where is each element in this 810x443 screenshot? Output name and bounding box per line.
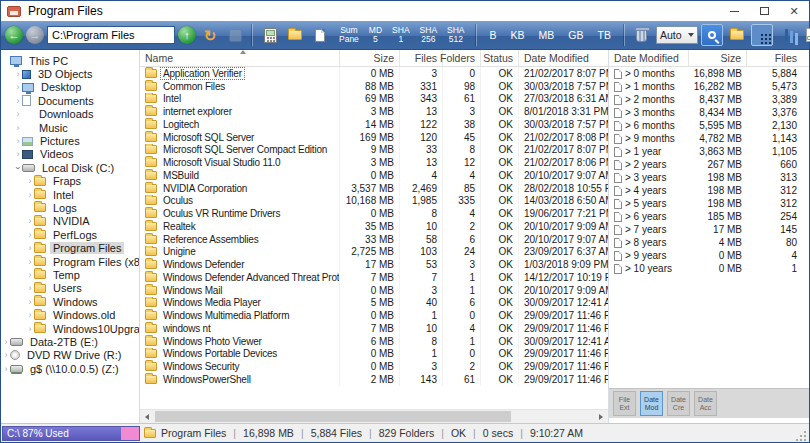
- chevron-collapsed-icon[interactable]: ›: [26, 230, 34, 240]
- chevron-expanded-icon[interactable]: ›: [13, 164, 23, 172]
- unit-b-button[interactable]: B: [483, 25, 504, 45]
- table-row[interactable]: Common Files88 MB33198OK30/03/2018 7:57 …: [140, 80, 608, 93]
- tree-item-data-2tb-e[interactable]: ›Data-2TB (E:): [1, 335, 139, 348]
- up-button[interactable]: ↑: [178, 26, 196, 44]
- minimize-button[interactable]: [719, 1, 749, 21]
- panel-column-header-size[interactable]: Size: [689, 50, 747, 66]
- forward-button[interactable]: →: [26, 26, 44, 44]
- table-row[interactable]: Oculus VR Runtime Drivers0 MB84OK19/06/2…: [140, 207, 608, 220]
- tab-date-acc[interactable]: DateAcc: [694, 391, 717, 416]
- chevron-collapsed-icon[interactable]: ›: [26, 324, 34, 334]
- tree-item-local-disk-c[interactable]: ›Local Disk (C:): [1, 161, 139, 174]
- tree-item-g-10-0-0-5-z[interactable]: ›g$ (\\10.0.0.5) (Z:): [1, 362, 139, 375]
- tree-item-perflogs[interactable]: ›PerfLogs: [1, 228, 139, 241]
- table-row[interactable]: Logitech14 MB12238OK30/03/2018 7:57 PM: [140, 118, 608, 131]
- unit-gb-button[interactable]: GB: [561, 25, 590, 45]
- md5-button[interactable]: MD5: [364, 24, 387, 46]
- tree-item-temp[interactable]: ›Temp: [1, 268, 139, 281]
- chevron-collapsed-icon[interactable]: ›: [14, 149, 22, 159]
- maximize-button[interactable]: [749, 1, 779, 21]
- table-row[interactable]: Realtek35 MB102OK20/10/2017 9:09 AM: [140, 220, 608, 233]
- chevron-collapsed-icon[interactable]: ›: [14, 123, 22, 133]
- panel-row[interactable]: > 3 months8,434 MB3,376: [609, 106, 809, 119]
- panel-row[interactable]: > 7 years17 MB145: [609, 223, 809, 236]
- panel-row[interactable]: > 0 months16,898 MB5,884: [609, 67, 809, 80]
- table-row[interactable]: windows nt7 MB104OK29/09/2017 11:46 PM: [140, 322, 608, 335]
- back-button[interactable]: ←: [5, 26, 23, 44]
- table-row[interactable]: Windows Multimedia Platform0 MB10OK29/09…: [140, 309, 608, 322]
- table-row[interactable]: Intel69 MB34361OK27/03/2018 6:31 AM: [140, 93, 608, 106]
- table-row[interactable]: Unigine2,725 MB10324OK23/09/2017 6:37 AM: [140, 246, 608, 259]
- tree-item-windows10upgrade[interactable]: ›Windows10Upgrade: [1, 322, 139, 335]
- table-row[interactable]: Microsoft SQL Server169 MB12045OK21/02/2…: [140, 131, 608, 144]
- tree-item-dvd-rw-drive-r[interactable]: ›DVD RW Drive (R:): [1, 349, 139, 362]
- tree-item-music[interactable]: ›Music: [1, 121, 139, 134]
- chart-view-button[interactable]: [776, 24, 798, 46]
- chevron-collapsed-icon[interactable]: ›: [26, 297, 34, 307]
- sha1-button[interactable]: SHA1: [387, 24, 414, 46]
- chevron-collapsed-icon[interactable]: ›: [14, 96, 22, 106]
- table-row[interactable]: NVIDIA Corporation3,537 MB2,46985OK28/02…: [140, 182, 608, 195]
- table-row[interactable]: internet explorer3 MB133OK8/01/2018 3:31…: [140, 105, 608, 118]
- new-file-button[interactable]: [309, 24, 331, 46]
- refresh-button[interactable]: ↻: [199, 24, 221, 46]
- resize-grip[interactable]: [794, 429, 807, 442]
- tree-item-intel[interactable]: ›Intel: [1, 188, 139, 201]
- tree-item-nvidia[interactable]: ›NVIDIA: [1, 215, 139, 228]
- chevron-collapsed-icon[interactable]: ›: [26, 243, 34, 253]
- calculate-sizes-button[interactable]: [259, 24, 281, 46]
- details-view-button[interactable]: [751, 24, 773, 46]
- close-button[interactable]: ✕: [779, 1, 809, 21]
- recycle-bin-button[interactable]: [631, 24, 653, 46]
- sha256-button[interactable]: SHA256: [415, 24, 442, 46]
- panel-row[interactable]: > 9 years0 MB4: [609, 249, 809, 262]
- size-unit-select[interactable]: Auto: [656, 26, 698, 44]
- column-header-size[interactable]: Size: [340, 50, 400, 66]
- tree-item-program-files-x86[interactable]: ›Program Files (x86): [1, 255, 139, 268]
- panel-row[interactable]: > 6 years185 MB254: [609, 210, 809, 223]
- table-row[interactable]: Oculus10,168 MB1,985335OK14/03/2018 6:50…: [140, 195, 608, 208]
- tree-item-windows-old[interactable]: ›Windows.old: [1, 308, 139, 321]
- panel-row[interactable]: > 1 months16,282 MB5,473: [609, 80, 809, 93]
- chevron-collapsed-icon[interactable]: ›: [2, 337, 10, 347]
- tree-item-windows[interactable]: ›Windows: [1, 295, 139, 308]
- chevron-collapsed-icon[interactable]: ›: [26, 216, 34, 226]
- tree-item-desktop[interactable]: ›Desktop: [1, 81, 139, 94]
- table-row[interactable]: Microsoft SQL Server Compact Edition9 MB…: [140, 144, 608, 157]
- scrollbar-thumb[interactable]: [155, 411, 511, 422]
- chevron-collapsed-icon[interactable]: ›: [14, 82, 22, 92]
- open-folder-button[interactable]: [726, 24, 748, 46]
- panel-row[interactable]: > 4 years198 MB312: [609, 184, 809, 197]
- scroll-right-button[interactable]: [594, 410, 608, 423]
- new-folder-button[interactable]: [284, 24, 306, 46]
- table-row[interactable]: Windows Defender Advanced Threat Protect…: [140, 271, 608, 284]
- tree-item-documents[interactable]: ›Documents: [1, 94, 139, 107]
- column-header-status[interactable]: Status: [481, 50, 519, 66]
- stop-button[interactable]: [224, 24, 246, 46]
- table-row[interactable]: WindowsPowerShell2 MB14361OK29/09/2017 1…: [140, 373, 608, 386]
- panel-row[interactable]: > 3 years198 MB313: [609, 171, 809, 184]
- table-row[interactable]: Windows Mail0 MB31OK20/10/2017 9:09 AM: [140, 284, 608, 297]
- sha512-button[interactable]: SHA512: [442, 24, 469, 46]
- panel-row[interactable]: > 5 years198 MB312: [609, 197, 809, 210]
- export-csv-button[interactable]: CSV: [801, 24, 810, 46]
- tab-date-cre[interactable]: DateCre: [667, 391, 690, 416]
- chevron-collapsed-icon[interactable]: ›: [26, 257, 34, 267]
- unit-kb-button[interactable]: KB: [504, 25, 532, 45]
- panel-row[interactable]: > 2 years267 MB660: [609, 158, 809, 171]
- tree-item-this-pc[interactable]: This PC: [1, 54, 139, 67]
- panel-row[interactable]: > 8 years4 MB80: [609, 236, 809, 249]
- chevron-collapsed-icon[interactable]: ›: [26, 176, 34, 186]
- panel-row[interactable]: > 2 months8,437 MB3,389: [609, 93, 809, 106]
- table-row[interactable]: Windows Photo Viewer6 MB81OK30/09/2017 1…: [140, 335, 608, 348]
- tree-item-downloads[interactable]: ›Downloads: [1, 108, 139, 121]
- panel-row[interactable]: > 6 months5,595 MB2,130: [609, 119, 809, 132]
- column-header-files[interactable]: Files: [400, 50, 443, 66]
- table-row[interactable]: Windows Security0 MB32OK29/09/2017 11:46…: [140, 360, 608, 373]
- chevron-collapsed-icon[interactable]: ›: [2, 364, 10, 374]
- tree-item-users[interactable]: ›Users: [1, 282, 139, 295]
- chevron-collapsed-icon[interactable]: ›: [2, 350, 10, 360]
- search-button[interactable]: [701, 24, 723, 46]
- panel-row[interactable]: > 10 years0 MB1: [609, 262, 809, 275]
- chevron-collapsed-icon[interactable]: ›: [26, 270, 34, 280]
